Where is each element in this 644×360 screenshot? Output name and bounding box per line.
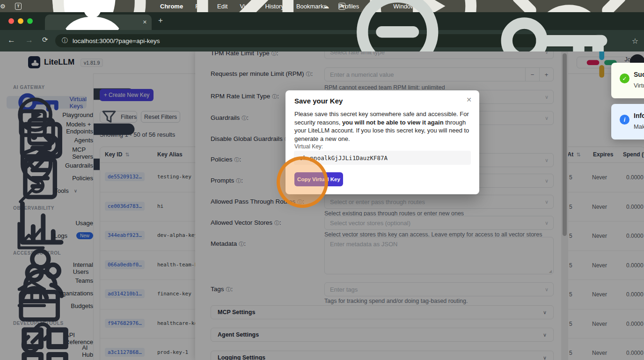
virtual-key-label: Virtual Key:: [294, 143, 323, 150]
cloud-icon[interactable]: ☁: [323, 3, 329, 10]
success-toast[interactable]: ✓ Success Virtual: [611, 63, 644, 98]
toolbar-actions: ☆: [336, 34, 638, 47]
toast-title: Success: [634, 71, 644, 78]
window-minimize-button[interactable]: [18, 18, 23, 24]
click-highlight-circle: [277, 156, 328, 208]
site-info-icon[interactable]: ⓘ: [62, 37, 68, 45]
reload-button[interactable]: ⟳: [42, 36, 48, 44]
toast-title: Info: [634, 112, 644, 119]
forward-button[interactable]: →: [25, 36, 33, 45]
new-tab-button[interactable]: +: [158, 16, 163, 25]
virtual-key-value-box: sk-pnoalkGjJJLi1DauzKF87A: [294, 151, 471, 165]
check-circle-icon: ✓: [620, 73, 629, 83]
bookmark-star-icon[interactable]: ☆: [632, 37, 638, 45]
settings-gear-icon[interactable]: ⚙: [0, 3, 6, 10]
url-text[interactable]: localhost:3000/?page=api-keys: [73, 37, 160, 44]
modal-title: Save your Key: [294, 97, 343, 105]
info-toast[interactable]: i Info Make: [611, 104, 644, 140]
toast-body: Virtual: [634, 82, 644, 89]
window-close-button[interactable]: [8, 18, 14, 24]
close-icon[interactable]: ✕: [466, 96, 472, 103]
modal-body-text: Please save this secret key somewhere sa…: [294, 110, 471, 143]
back-button[interactable]: ←: [7, 36, 15, 45]
litellm-dashboard-page: LiteLLM v1.81.9 Join Slack AI GATEWAY Vi…: [0, 51, 644, 360]
browser-toolbar: ← → ⟳ ⓘ localhost:3000/?page=api-keys ☆: [0, 30, 644, 51]
toast-body: Make: [634, 123, 644, 130]
info-circle-icon: i: [620, 115, 629, 125]
translate-icon[interactable]: T: [15, 3, 22, 10]
tab-litellm-dashboard[interactable]: LiteLLM Dashboard ✕: [45, 15, 152, 30]
window-zoom-button[interactable]: [27, 18, 33, 24]
tab-close-icon[interactable]: ✕: [143, 19, 147, 25]
